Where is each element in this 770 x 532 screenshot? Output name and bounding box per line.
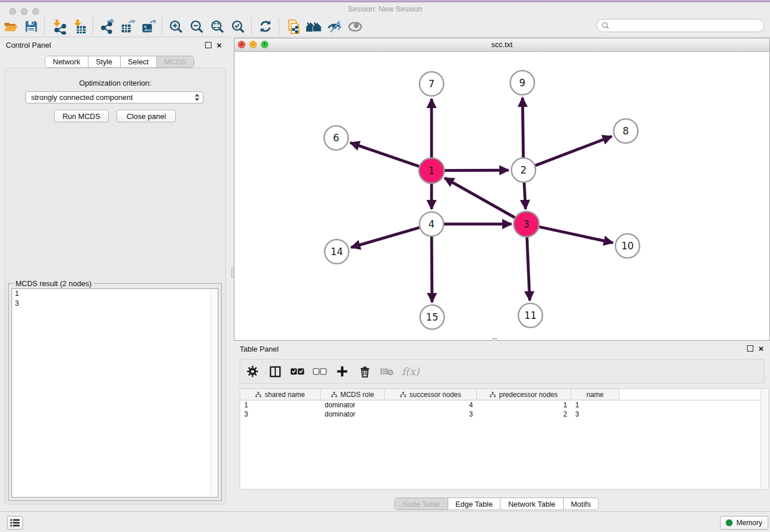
table-scrollbar[interactable]: [760, 390, 768, 488]
graph-edge-1-6[interactable]: [351, 142, 420, 166]
close-panel-button[interactable]: Close panel: [117, 110, 176, 122]
zoom-out-button[interactable]: [186, 17, 207, 36]
control-panel-tabs: NetworkStyleSelectMCDS: [45, 56, 194, 68]
result-scrollbar[interactable]: [210, 290, 217, 496]
graph-node-3[interactable]: 3: [514, 211, 539, 237]
graph-edge-4-15[interactable]: [432, 237, 432, 302]
add-column-button[interactable]: [334, 364, 350, 379]
unchecked-boxes-icon: [313, 367, 327, 376]
zoom-in-button[interactable]: [165, 17, 186, 36]
graph-node-15[interactable]: 15: [420, 305, 444, 329]
graph-node-9[interactable]: 9: [510, 71, 534, 95]
close-window-button[interactable]: [9, 8, 16, 15]
graph-node-10[interactable]: 10: [615, 234, 640, 258]
graph-node-7[interactable]: 7: [419, 72, 444, 96]
close-table-panel-icon[interactable]: ×: [759, 345, 764, 352]
select-all-button[interactable]: [290, 364, 305, 379]
zoom-selected-button[interactable]: [228, 17, 248, 36]
export-image-button[interactable]: [138, 17, 159, 36]
graph-node-8[interactable]: 8: [614, 119, 638, 143]
graph-node-4[interactable]: 4: [419, 212, 444, 236]
save-session-button[interactable]: [21, 17, 41, 36]
graph-edge-3-11[interactable]: [527, 237, 530, 300]
houses-button[interactable]: [303, 17, 324, 36]
table-cell[interactable]: 3: [240, 410, 321, 418]
network-zoom-button[interactable]: +: [261, 41, 268, 48]
network-minimize-button[interactable]: −: [249, 41, 257, 48]
table-cell[interactable]: 1: [477, 401, 571, 409]
search-box[interactable]: [596, 19, 764, 32]
node-label: 9: [519, 77, 526, 88]
search-input[interactable]: [611, 21, 764, 30]
network-close-button[interactable]: ×: [238, 41, 245, 48]
graph-node-2[interactable]: 2: [511, 158, 536, 182]
table-cell[interactable]: 1: [571, 401, 619, 409]
table-cell[interactable]: dominator: [321, 410, 385, 418]
graph-edge-1-2[interactable]: [444, 170, 509, 171]
control-tab-network[interactable]: Network: [45, 56, 88, 67]
graph-edge-2-9[interactable]: [522, 98, 523, 157]
import-table-button[interactable]: [69, 17, 90, 36]
memory-button[interactable]: Memory: [720, 516, 768, 530]
hierarchy-icon: [490, 392, 496, 398]
column-header-name[interactable]: name: [571, 389, 619, 400]
close-panel-icon[interactable]: ×: [217, 42, 222, 48]
graph-edge-2-3[interactable]: [524, 183, 525, 209]
float-table-panel-icon[interactable]: [747, 345, 753, 352]
table-cell[interactable]: 4: [385, 401, 477, 409]
criterion-select[interactable]: strongly connected component: [25, 91, 203, 103]
graph-edge-3-1[interactable]: [445, 178, 515, 218]
table-cell[interactable]: dominator: [321, 401, 385, 409]
table-settings-button[interactable]: [245, 364, 260, 379]
column-header-successor-nodes[interactable]: successor nodes: [385, 389, 477, 400]
show-glyphs-button[interactable]: [345, 17, 365, 36]
horizontal-splitter-grip[interactable]: [492, 338, 497, 341]
graph-edge-2-8[interactable]: [536, 136, 612, 165]
float-panel-icon[interactable]: [205, 42, 211, 48]
table-tab-network-table[interactable]: Network Table: [500, 498, 563, 510]
graph-edge-3-10[interactable]: [539, 227, 613, 243]
run-mcds-button[interactable]: Run MCDS: [54, 110, 109, 122]
graph-node-14[interactable]: 14: [325, 240, 349, 264]
network-canvas[interactable]: 7968124314101511: [234, 51, 769, 340]
control-panel-window-buttons: ×: [205, 42, 222, 48]
table-cell[interactable]: 3: [571, 410, 619, 418]
minimize-window-button[interactable]: [21, 8, 28, 15]
table-tab-edge-table[interactable]: Edge Table: [448, 498, 501, 510]
hierarchy-icon: [331, 392, 337, 398]
plus-icon: [336, 365, 348, 377]
graph-node-1[interactable]: 1: [419, 158, 444, 183]
export-network-button[interactable]: [97, 17, 117, 36]
graph-node-11[interactable]: 11: [518, 303, 542, 327]
table-cell[interactable]: 3: [385, 410, 477, 418]
control-tab-style[interactable]: Style: [88, 56, 121, 67]
table-panel-title: Table Panel: [240, 345, 279, 353]
duplicate-network-icon: [286, 19, 301, 34]
refresh-button[interactable]: [255, 17, 276, 36]
column-header-mcds-role[interactable]: MCDS role: [321, 389, 385, 400]
table-tab-motifs[interactable]: Motifs: [564, 498, 599, 510]
deselect-all-button[interactable]: [312, 364, 328, 379]
control-tab-select[interactable]: Select: [121, 56, 157, 67]
table-cell[interactable]: 1: [240, 401, 321, 409]
table-tab-node-table[interactable]: Node Table: [395, 498, 448, 510]
zoom-window-button[interactable]: [32, 8, 39, 15]
zoom-fit-button[interactable]: [207, 17, 228, 36]
control-tab-mcds[interactable]: MCDS: [157, 56, 194, 67]
close-panel-label: Close panel: [126, 112, 166, 121]
task-history-button[interactable]: [7, 516, 23, 530]
graph-node-6[interactable]: 6: [324, 126, 348, 150]
import-network-button[interactable]: [48, 17, 69, 36]
delete-column-button[interactable]: [357, 364, 372, 379]
column-header-predecessor-nodes[interactable]: predecessor nodes: [477, 389, 571, 400]
table-cell[interactable]: 2: [477, 410, 571, 418]
export-table-button[interactable]: [117, 17, 138, 36]
hide-glyphs-button[interactable]: [324, 17, 345, 36]
open-session-button[interactable]: [0, 17, 21, 36]
mcds-result-textarea[interactable]: 13: [11, 288, 218, 498]
duplicate-network-button[interactable]: [283, 17, 303, 36]
graph-edge-4-14[interactable]: [351, 228, 419, 248]
column-header-shared-name[interactable]: shared name: [240, 389, 321, 400]
node-label: 8: [623, 125, 629, 137]
toggle-columns-button[interactable]: [267, 364, 283, 379]
